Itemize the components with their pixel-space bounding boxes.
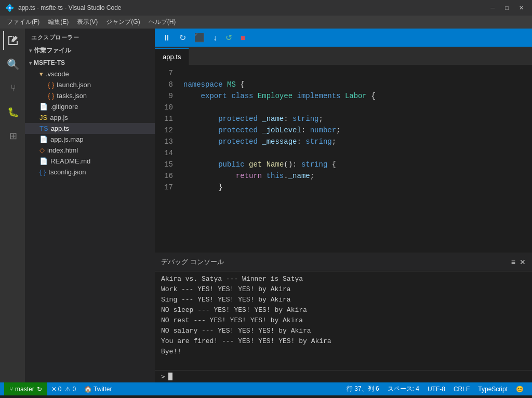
section-work-label: 作業ファイル bbox=[34, 46, 71, 55]
section-project[interactable]: ▾ MSFTE-TS bbox=[25, 57, 155, 68]
menu-help[interactable]: ヘルプ(H) bbox=[144, 16, 180, 28]
console-line-6: NO salary --- YES! YES! YES! by Akira bbox=[161, 326, 526, 336]
tree-vscode-folder[interactable]: ▾ .vscode bbox=[25, 68, 155, 79]
line-numbers: 7 8 9 10 11 12 13 14 15 16 17 bbox=[155, 65, 181, 253]
feedback-icon[interactable]: 😊 bbox=[512, 382, 528, 395]
error-count[interactable]: ✕ 0 ⚠ 0 bbox=[47, 382, 80, 395]
appts-label: app.ts bbox=[51, 125, 69, 132]
menu-file[interactable]: ファイル(F) bbox=[3, 16, 44, 28]
code-editor[interactable]: 7 8 9 10 11 12 13 14 15 16 17 namespace … bbox=[155, 65, 532, 253]
section-project-label: MSFTE-TS bbox=[34, 59, 65, 66]
error-icon: ✕ bbox=[51, 386, 57, 393]
cursor-position[interactable]: 行 37、列 6 bbox=[342, 382, 383, 395]
console-cursor bbox=[168, 373, 172, 380]
code-line-10 bbox=[183, 102, 525, 113]
gitignore-label: .gitignore bbox=[50, 103, 78, 111]
line-ending[interactable]: CRLF bbox=[449, 382, 474, 395]
warning-number: 0 bbox=[72, 386, 76, 393]
file-icon-map: 📄 bbox=[39, 135, 48, 143]
git-branch[interactable]: ⑂ master ↻ bbox=[4, 382, 47, 395]
tab-bar: app.ts bbox=[155, 47, 532, 65]
folder-icon: ▾ bbox=[39, 70, 43, 78]
tree-gitignore[interactable]: 📄 .gitignore bbox=[25, 101, 155, 112]
tab-appts[interactable]: app.ts bbox=[155, 48, 189, 65]
tree-indexhtml[interactable]: ◇ index.html bbox=[25, 145, 155, 156]
launch-json-label: launch.json bbox=[57, 81, 91, 89]
status-bar: ⑂ master ↻ ✕ 0 ⚠ 0 🏠 Twitter 行 37、列 6 スペ… bbox=[0, 382, 532, 395]
tsconfig-label: tsconfig.json bbox=[48, 168, 86, 176]
tree-tasks-json[interactable]: { } tasks.json bbox=[25, 90, 155, 101]
language-mode[interactable]: TypeScript bbox=[474, 382, 512, 395]
console-input-line[interactable]: > bbox=[155, 370, 532, 382]
sync-icon: ↻ bbox=[37, 386, 42, 393]
clear-console-icon[interactable]: ≡ bbox=[511, 258, 515, 266]
close-console-button[interactable]: ✕ bbox=[520, 258, 526, 266]
branch-name: master bbox=[15, 386, 34, 393]
close-button[interactable]: ✕ bbox=[516, 4, 527, 12]
debug-pause-button[interactable]: ⏸ bbox=[160, 32, 174, 44]
git-icon: ⑂ bbox=[9, 386, 13, 393]
debug-console: デバッグ コンソール ≡ ✕ Akira vs. Satya --- Winne… bbox=[155, 253, 532, 382]
debug-console-title: デバッグ コンソール bbox=[161, 257, 224, 267]
console-line-4: NO sleep --- YES! YES! YES! by Akira bbox=[161, 305, 526, 315]
tree-tsconfig[interactable]: { } tsconfig.json bbox=[25, 167, 155, 177]
console-line-3: Sing --- YES! YES! YES! by Akira bbox=[161, 295, 526, 305]
home-icon: 🏠 bbox=[84, 386, 92, 393]
encoding[interactable]: UTF-8 bbox=[423, 382, 449, 395]
tree-readme[interactable]: 📄 README.md bbox=[25, 156, 155, 167]
window-title: app.ts - msfte-ts - Visual Studio Code bbox=[18, 4, 488, 11]
activity-git[interactable]: ⑂ bbox=[3, 79, 22, 98]
activity-search[interactable]: 🔍 bbox=[3, 55, 22, 74]
window-controls: ─ □ ✕ bbox=[488, 4, 527, 12]
maximize-button[interactable]: □ bbox=[502, 4, 512, 12]
debug-restart-button[interactable]: ↺ bbox=[223, 32, 235, 44]
debug-console-header: デバッグ コンソール ≡ ✕ bbox=[155, 253, 532, 271]
debug-stop-button[interactable]: ■ bbox=[238, 32, 248, 44]
console-header-actions: ≡ ✕ bbox=[511, 258, 526, 266]
tree-launch-json[interactable]: { } launch.json bbox=[25, 79, 155, 90]
activity-bar: 🔍 ⑂ 🐛 ⊞ bbox=[0, 29, 25, 382]
sidebar: エクスプローラー ▾ 作業ファイル ▾ MSFTE-TS ▾ .vscode {… bbox=[25, 29, 155, 382]
debug-toolbar: ⏸ ↻ ⬛ ↓ ↺ ■ bbox=[155, 29, 532, 47]
code-line-9: export class Employee implements Labor { bbox=[183, 90, 525, 102]
console-prompt: > bbox=[161, 373, 165, 380]
tree-appjs[interactable]: JS app.js bbox=[25, 112, 155, 123]
section-work-files[interactable]: ▾ 作業ファイル bbox=[25, 44, 155, 57]
debug-continue-button[interactable]: ↻ bbox=[177, 32, 189, 44]
appjsmap-label: app.js.map bbox=[50, 135, 84, 143]
file-icon-js: JS bbox=[39, 114, 47, 121]
activity-extensions[interactable]: ⊞ bbox=[3, 127, 22, 145]
code-line-14 bbox=[183, 147, 525, 159]
menu-view[interactable]: 表示(V) bbox=[73, 16, 102, 28]
indentation[interactable]: スペース: 4 bbox=[383, 382, 423, 395]
appjs-label: app.js bbox=[50, 114, 68, 121]
file-icon-md: 📄 bbox=[39, 157, 48, 165]
readme-label: README.md bbox=[50, 157, 90, 165]
activity-explorer[interactable] bbox=[3, 31, 22, 50]
menu-jump[interactable]: ジャンプ(G) bbox=[102, 16, 144, 28]
file-icon-tasks: { } bbox=[48, 92, 54, 100]
editor-area: ⏸ ↻ ⬛ ↓ ↺ ■ app.ts 7 8 9 10 11 1 bbox=[155, 29, 532, 382]
indexhtml-label: index.html bbox=[47, 146, 78, 154]
menu-edit[interactable]: 編集(E) bbox=[44, 16, 73, 28]
tree-appts[interactable]: TS app.ts bbox=[25, 123, 155, 134]
code-line-15: public get Name(): string { bbox=[183, 159, 525, 170]
debug-step-over-button[interactable]: ⬛ bbox=[192, 32, 207, 44]
code-line-12: protected _jobLevel: number; bbox=[183, 125, 525, 136]
twitter-label: Twitter bbox=[94, 386, 112, 393]
scrollbar[interactable] bbox=[525, 65, 532, 253]
title-bar: 💠 app.ts - msfte-ts - Visual Studio Code… bbox=[0, 0, 532, 16]
minimize-button[interactable]: ─ bbox=[488, 4, 498, 12]
console-output[interactable]: Akira vs. Satya --- Winner is Satya Work… bbox=[155, 271, 532, 370]
console-line-8: Bye!! bbox=[161, 347, 526, 357]
activity-debug[interactable]: 🐛 bbox=[3, 103, 22, 121]
code-line-17: } bbox=[183, 182, 525, 193]
twitter-link[interactable]: 🏠 Twitter bbox=[80, 382, 116, 395]
code-line-13: protected _message: string; bbox=[183, 136, 525, 147]
console-line-2: Work --- YES! YES! YES! by Akira bbox=[161, 284, 526, 295]
tree-appjsmap[interactable]: 📄 app.js.map bbox=[25, 134, 155, 145]
code-content[interactable]: namespace MS { export class Employee imp… bbox=[181, 65, 525, 253]
debug-step-into-button[interactable]: ↓ bbox=[210, 32, 220, 44]
file-icon-html: ◇ bbox=[39, 146, 45, 154]
code-line-16: return this._name; bbox=[183, 170, 525, 182]
